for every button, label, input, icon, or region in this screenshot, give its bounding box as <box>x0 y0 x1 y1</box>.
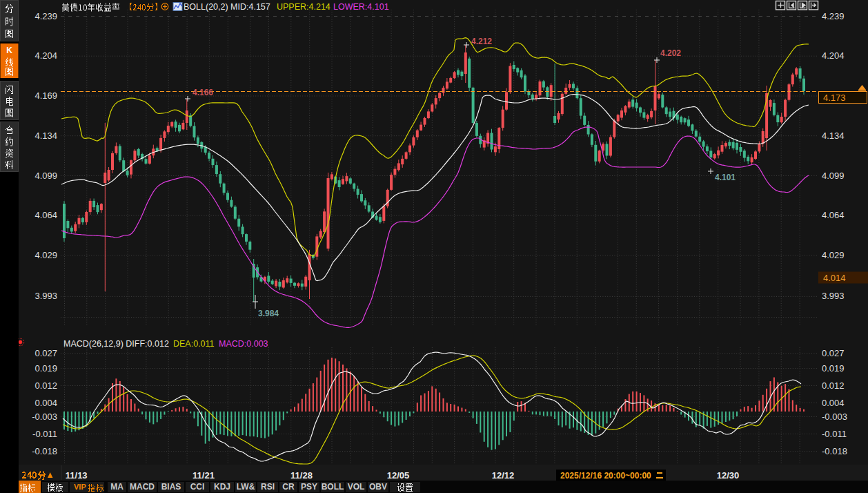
svg-text:VIP: VIP <box>74 483 86 491</box>
svg-text:-0.018: -0.018 <box>32 446 57 456</box>
svg-text:MACD: MACD <box>130 482 155 492</box>
svg-text:DEA:0.011: DEA:0.011 <box>173 339 215 349</box>
svg-text:11/13: 11/13 <box>66 470 88 481</box>
svg-text:PSY: PSY <box>301 482 317 492</box>
svg-text:4.204: 4.204 <box>822 50 845 61</box>
svg-text:4.064: 4.064 <box>822 210 845 220</box>
svg-text:4.029: 4.029 <box>822 250 845 260</box>
svg-text:-0.018: -0.018 <box>822 446 847 456</box>
svg-text:4.134: 4.134 <box>822 130 845 141</box>
svg-text:3.993: 3.993 <box>822 291 845 301</box>
svg-text:0.012: 0.012 <box>34 380 57 391</box>
svg-text:OBV: OBV <box>369 482 387 492</box>
svg-text:CR: CR <box>282 482 295 492</box>
svg-text:-0.011: -0.011 <box>32 429 57 439</box>
svg-text:4.204: 4.204 <box>34 50 57 61</box>
svg-text:RSI: RSI <box>261 482 275 492</box>
svg-text:MACD:0.003: MACD:0.003 <box>219 339 268 349</box>
svg-text:0.004: 0.004 <box>822 398 845 408</box>
svg-text:VOL: VOL <box>348 482 365 492</box>
svg-text:4.029: 4.029 <box>34 250 57 260</box>
svg-text:0.027: 0.027 <box>822 348 845 358</box>
svg-text:MA: MA <box>110 482 124 492</box>
svg-text:LOWER:4.101: LOWER:4.101 <box>333 2 389 12</box>
svg-text:12/30: 12/30 <box>717 470 740 481</box>
svg-text:4.239: 4.239 <box>34 11 57 21</box>
svg-text:0.019: 0.019 <box>34 363 57 374</box>
svg-text:11/21: 11/21 <box>193 470 215 481</box>
svg-text:-0.003: -0.003 <box>822 412 847 422</box>
svg-text:4.169: 4.169 <box>34 90 57 101</box>
svg-text:4.134: 4.134 <box>34 130 57 141</box>
svg-text:LW&: LW& <box>237 482 255 492</box>
svg-text:3.984: 3.984 <box>258 309 279 318</box>
svg-text:-0.003: -0.003 <box>32 412 57 422</box>
svg-text:11/28: 11/28 <box>290 470 313 481</box>
svg-text:UPPER:4.214: UPPER:4.214 <box>277 2 331 12</box>
svg-text:4.101: 4.101 <box>715 173 736 182</box>
svg-text:BOLL: BOLL <box>322 482 344 492</box>
svg-text:KDJ: KDJ <box>214 482 230 492</box>
svg-text:0.012: 0.012 <box>822 380 845 391</box>
svg-text:BOLL(20,2) MID:4.157: BOLL(20,2) MID:4.157 <box>184 2 270 12</box>
svg-text:4.014: 4.014 <box>823 273 846 283</box>
svg-text:-0.011: -0.011 <box>822 429 847 439</box>
svg-text:0.004: 0.004 <box>34 398 57 408</box>
svg-text:4.099: 4.099 <box>34 171 57 181</box>
svg-text:4.212: 4.212 <box>471 37 492 46</box>
svg-text:4.064: 4.064 <box>34 210 57 220</box>
svg-text:4.099: 4.099 <box>822 171 845 181</box>
svg-text:K: K <box>6 46 12 55</box>
svg-text:2025/12/16 20:00~00:00: 2025/12/16 20:00~00:00 <box>560 471 651 481</box>
svg-text:4.239: 4.239 <box>822 11 845 21</box>
svg-text:0.019: 0.019 <box>822 363 845 374</box>
svg-text:12/05: 12/05 <box>387 470 410 481</box>
svg-text:4.202: 4.202 <box>660 48 681 58</box>
svg-text:12/12: 12/12 <box>492 470 515 481</box>
svg-text:4.166: 4.166 <box>193 88 213 97</box>
svg-text:0.027: 0.027 <box>34 348 57 358</box>
svg-text:CCI: CCI <box>190 482 205 492</box>
svg-text:BIAS: BIAS <box>161 482 181 492</box>
svg-text:3.993: 3.993 <box>34 291 57 301</box>
svg-text:MACD(26,12,9) DIFF:0.012: MACD(26,12,9) DIFF:0.012 <box>63 339 169 349</box>
svg-text:4.173: 4.173 <box>823 93 846 103</box>
